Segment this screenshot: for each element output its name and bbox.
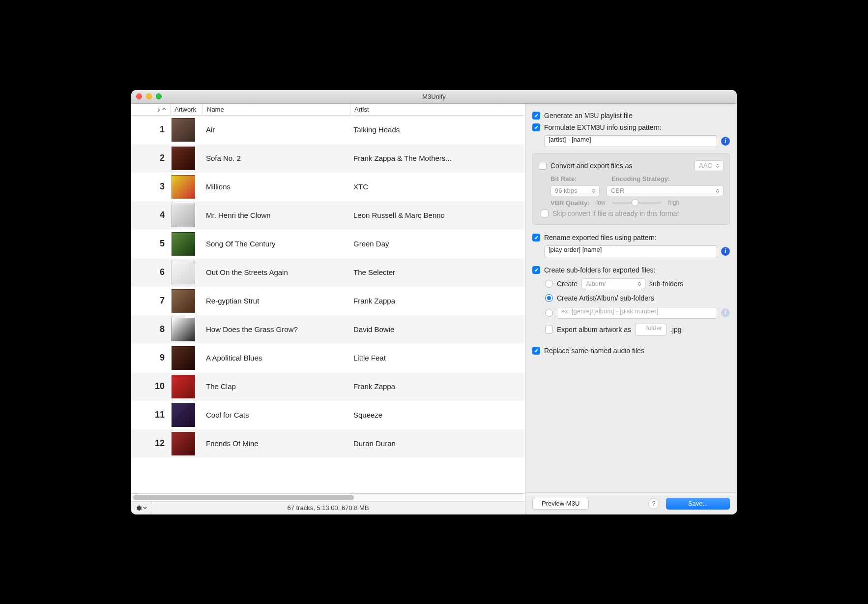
album-art-icon <box>172 289 195 313</box>
subfolder-option-custom: ex: [genre]/[album] - [disk number] i <box>545 307 730 319</box>
subfolder-create-radio[interactable] <box>545 280 553 288</box>
track-artwork-cell <box>171 318 203 341</box>
track-number: 11 <box>131 410 171 420</box>
vbr-row: VBR Quality: low high <box>550 199 723 207</box>
table-row[interactable]: 4Mr. Henri the ClownLeon Russell & Marc … <box>131 201 525 230</box>
zoom-window-button[interactable] <box>156 93 162 99</box>
track-number: 3 <box>131 181 171 192</box>
extm3u-pattern-row: [artist] - [name] i <box>544 135 730 147</box>
track-artist: Talking Heads <box>350 125 525 134</box>
track-artist: The Selecter <box>350 268 525 276</box>
track-artwork-cell <box>171 175 203 199</box>
generate-m3u-checkbox[interactable] <box>532 112 540 120</box>
track-number: 12 <box>131 438 171 449</box>
col-artist[interactable]: Artist <box>350 104 525 115</box>
track-artwork-cell <box>171 204 203 227</box>
track-artist: Leon Russell & Marc Benno <box>350 211 525 219</box>
track-number: 7 <box>131 296 171 306</box>
track-artist: XTC <box>350 182 525 191</box>
track-artist: Frank Zappa <box>350 382 525 391</box>
window-title: M3Unify <box>131 93 737 100</box>
subfolder-artist-album-radio[interactable] <box>545 294 553 302</box>
table-row[interactable]: 2Sofa No. 2Frank Zappa & The Mothers... <box>131 144 525 173</box>
table-row[interactable]: 12Friends Of MineDuran Duran <box>131 429 525 458</box>
track-name: Millions <box>203 182 350 191</box>
table-row[interactable]: 6Out On the Streets AgainThe Selecter <box>131 258 525 287</box>
table-row[interactable]: 3MillionsXTC <box>131 173 525 201</box>
rename-option: Rename exported files using pattern: <box>532 234 730 242</box>
app-window: M3Unify ♪ Artwork Name Artist 1AirTalkin… <box>131 90 737 514</box>
export-artwork-option: Export album artwork as folder .jpg <box>545 324 730 335</box>
track-artwork-cell <box>171 261 203 284</box>
right-footer: Preview M3U ? Save... <box>525 492 737 514</box>
window-body: ♪ Artwork Name Artist 1AirTalking Heads2… <box>131 104 737 514</box>
save-button[interactable]: Save... <box>666 498 730 510</box>
track-artwork-cell <box>171 375 203 398</box>
slider-knob[interactable] <box>632 199 638 206</box>
convert-checkbox[interactable] <box>539 162 547 170</box>
track-artist: Green Day <box>350 240 525 248</box>
table-row[interactable]: 9A Apolitical BluesLittle Feat <box>131 344 525 372</box>
track-name: Sofa No. 2 <box>203 154 350 162</box>
track-name: How Does the Grass Grow? <box>203 325 350 333</box>
horizontal-scrollbar[interactable] <box>131 494 525 502</box>
export-artwork-checkbox[interactable] <box>545 326 553 333</box>
traffic-lights <box>136 93 162 99</box>
table-row[interactable]: 7Re-gyptian StrutFrank Zappa <box>131 287 525 315</box>
subfolders-checkbox[interactable] <box>532 266 540 274</box>
col-name[interactable]: Name <box>203 104 350 115</box>
encoding-select[interactable]: CBR <box>607 185 723 196</box>
scrollbar-thumb[interactable] <box>133 495 354 500</box>
rename-pattern-input[interactable]: [play order] [name] <box>544 245 717 257</box>
track-artwork-cell <box>171 289 203 313</box>
export-artwork-name-input[interactable]: folder <box>635 324 666 335</box>
subfolder-custom-input[interactable]: ex: [genre]/[album] - [disk number] <box>557 307 717 319</box>
table-row[interactable]: 11Cool for CatsSqueeze <box>131 401 525 429</box>
titlebar[interactable]: M3Unify <box>131 90 737 104</box>
track-artwork-cell <box>171 118 203 142</box>
convert-format-select[interactable]: AAC <box>694 160 723 171</box>
track-artwork-cell <box>171 432 203 455</box>
help-button[interactable]: ? <box>648 498 659 509</box>
subfolder-custom-radio[interactable] <box>545 309 553 317</box>
album-art-icon <box>172 175 195 199</box>
close-window-button[interactable] <box>136 93 142 99</box>
track-name: Friends Of Mine <box>203 439 350 448</box>
info-icon[interactable]: i <box>721 247 730 256</box>
info-icon[interactable]: i <box>721 308 730 317</box>
extm3u-checkbox[interactable] <box>532 123 540 131</box>
col-playorder[interactable]: ♪ <box>131 104 171 115</box>
chevron-down-icon <box>143 506 147 510</box>
subfolder-create-select[interactable]: Album/ <box>581 278 645 289</box>
table-row[interactable]: 8How Does the Grass Grow?David Bowie <box>131 315 525 344</box>
vbr-quality-slider[interactable] <box>612 202 661 204</box>
minimize-window-button[interactable] <box>146 93 152 99</box>
extm3u-pattern-input[interactable]: [artist] - [name] <box>544 135 717 147</box>
table-row[interactable]: 10The ClapFrank Zappa <box>131 372 525 401</box>
track-name: Out On the Streets Again <box>203 268 350 276</box>
track-number: 8 <box>131 324 171 334</box>
bitrate-encoding-labels: Bit Rate: Encoding Strategy: <box>550 175 723 182</box>
replace-checkbox[interactable] <box>532 347 540 355</box>
rename-checkbox[interactable] <box>532 234 540 242</box>
col-artwork[interactable]: Artwork <box>171 104 203 115</box>
album-art-icon <box>172 432 195 455</box>
rename-pattern-row: [play order] [name] i <box>544 245 730 257</box>
track-number: 4 <box>131 210 171 220</box>
track-name: The Clap <box>203 382 350 391</box>
album-art-icon <box>172 118 195 142</box>
info-icon[interactable]: i <box>721 137 730 146</box>
preview-m3u-button[interactable]: Preview M3U <box>532 498 589 510</box>
skip-convert-checkbox[interactable] <box>541 210 549 217</box>
table-row[interactable]: 1AirTalking Heads <box>131 116 525 144</box>
track-name: Air <box>203 125 350 134</box>
bitrate-select[interactable]: 96 kbps <box>550 185 600 196</box>
settings-menu-button[interactable] <box>131 502 151 514</box>
album-art-icon <box>172 403 195 427</box>
track-list[interactable]: 1AirTalking Heads2Sofa No. 2Frank Zappa … <box>131 116 525 493</box>
subfolders-option: Create sub-folders for exported files: <box>532 266 730 274</box>
table-row[interactable]: 5Song Of The CenturyGreen Day <box>131 230 525 258</box>
track-artist: Frank Zappa & The Mothers... <box>350 154 525 162</box>
track-number: 6 <box>131 267 171 277</box>
track-artist: Duran Duran <box>350 439 525 448</box>
